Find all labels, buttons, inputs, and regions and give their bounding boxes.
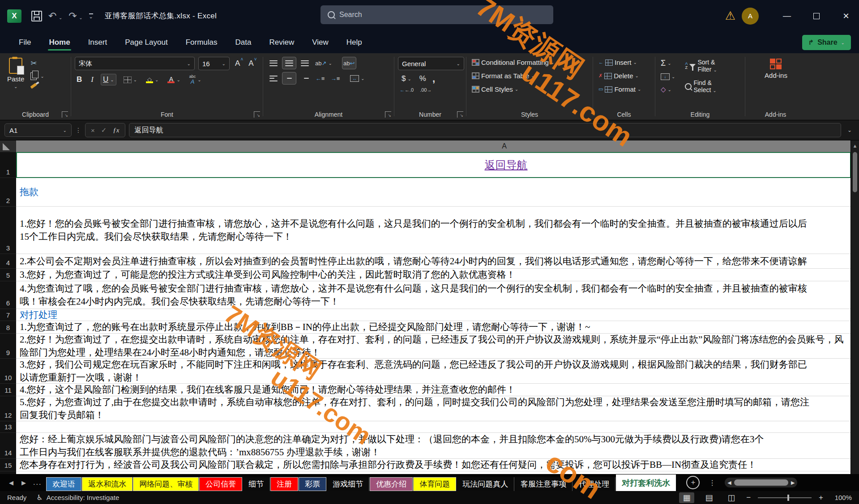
drag-handle-icon[interactable]: ⋮: [75, 127, 81, 134]
row-header-3[interactable]: 3: [0, 207, 16, 254]
cell-A14[interactable]: 您好：经上葡京娱乐城风险部门与波音公司风险部门的决意您的注单确定为对打，并做以下…: [16, 433, 851, 459]
middle-align-button[interactable]: [282, 57, 296, 69]
decrease-indent-button[interactable]: ←≡: [313, 72, 327, 84]
menu-tab-review[interactable]: Review: [261, 34, 302, 51]
cell-A7[interactable]: 对打处理: [16, 309, 851, 321]
cell-A13[interactable]: [16, 421, 851, 433]
hscrollbar-thumb[interactable]: [734, 479, 788, 486]
customize-qat-icon[interactable]: ⌄: [89, 13, 93, 18]
sheet-tab-公司信誉[interactable]: 公司信誉: [199, 477, 242, 491]
page-break-view-button[interactable]: ◫: [724, 492, 739, 503]
number-format-select[interactable]: General⌄: [398, 57, 464, 70]
scroll-up-icon[interactable]: ▲: [853, 143, 858, 148]
kebab-menu-icon[interactable]: ⋮: [709, 479, 716, 487]
sheet-tab-优惠介绍[interactable]: 优惠介绍: [370, 477, 413, 491]
sheet-tab-代理处理[interactable]: 代理处理: [573, 477, 615, 491]
sheet-tab-对打套利洗水[interactable]: 对打套利洗水: [616, 474, 676, 491]
menu-tab-help[interactable]: Help: [338, 34, 370, 51]
cell-A9[interactable]: 2.您好！为您查询过了，在您提交出款申请时，系统自动审核您的注单，存在对打、套利…: [16, 334, 851, 359]
sheet-tab-网络问题、审核[interactable]: 网络问题、审核: [133, 477, 199, 491]
undo-button[interactable]: ↶ ⌄: [48, 10, 62, 22]
decrease-decimal-button[interactable]: .00→: [420, 87, 432, 93]
autosum-button[interactable]: Σ⌄: [659, 58, 677, 69]
sheet-tab-客服注意事项[interactable]: 客服注意事项: [515, 477, 573, 491]
font-color-button[interactable]: A⌄: [166, 75, 182, 84]
sheet-tab-体育问题[interactable]: 体育问题: [413, 477, 456, 491]
orientation-button[interactable]: ab↗⌄: [313, 59, 334, 68]
row-header-13[interactable]: 13: [0, 421, 16, 433]
bottom-align-button[interactable]: [298, 57, 312, 69]
tab-scroll-left-icon[interactable]: ◀: [6, 479, 16, 486]
tab-list-ellipsis[interactable]: ...: [31, 479, 43, 487]
accessibility-status[interactable]: ♿ Accessibility: Investigate: [36, 493, 119, 502]
minimize-button[interactable]: —: [774, 3, 800, 29]
align-center-button[interactable]: [282, 72, 296, 85]
avatar[interactable]: A: [742, 8, 759, 25]
share-button[interactable]: ↱ Share ⌄: [802, 35, 851, 50]
zoom-slider[interactable]: [758, 497, 812, 498]
search-box[interactable]: Search: [321, 5, 553, 24]
grow-font-button[interactable]: A˄: [233, 58, 243, 69]
cell-A1[interactable]: 返回导航: [16, 152, 851, 178]
zoom-slider-thumb[interactable]: [787, 495, 789, 501]
row-header-8[interactable]: 8: [0, 321, 16, 334]
wrap-text-button[interactable]: ab↩: [342, 57, 356, 69]
vertical-scrollbar[interactable]: ▲: [850, 140, 859, 474]
row-header-9[interactable]: 9: [0, 334, 16, 359]
insert-function-button[interactable]: ƒx: [113, 127, 119, 134]
zoom-out-button[interactable]: −: [746, 493, 751, 502]
sort-filter-button[interactable]: AZ Sort &Filter ⌄: [683, 58, 718, 74]
row-header-12[interactable]: 12: [0, 396, 16, 421]
fill-button[interactable]: ↓⌄: [659, 72, 677, 81]
clear-button[interactable]: ◇⌄: [659, 85, 677, 94]
sheet-tab-细节[interactable]: 细节: [243, 477, 270, 491]
addins-button[interactable]: Add-ins: [765, 59, 787, 109]
paste-button[interactable]: Paste ⌄: [4, 57, 28, 109]
redo-button[interactable]: ↷ ⌄: [68, 10, 82, 22]
font-dialog-launcher-icon[interactable]: ↘: [254, 111, 260, 118]
currency-button[interactable]: $⌄: [400, 73, 413, 84]
merge-center-button[interactable]: ↔⌄: [348, 74, 366, 83]
enter-button[interactable]: ✓: [101, 126, 107, 134]
copy-button[interactable]: ⌄: [30, 72, 44, 80]
menu-tab-insert[interactable]: Insert: [80, 34, 115, 51]
cell-A5[interactable]: 3.您好，为您查询过了，可能是您的投注方式或注单受到公司风险控制中心的关注，因此…: [16, 269, 851, 281]
menu-tab-file[interactable]: File: [11, 34, 39, 51]
format-cells-button[interactable]: ▭Format⌄: [597, 85, 652, 94]
align-left-button[interactable]: [267, 72, 280, 84]
conditional-formatting-button[interactable]: Conditional Formatting⌄: [470, 58, 590, 67]
number-dialog-launcher-icon[interactable]: ↘: [457, 111, 463, 118]
close-button[interactable]: ✕: [833, 3, 859, 29]
clipboard-dialog-launcher-icon[interactable]: ↘: [62, 111, 68, 118]
delete-cells-button[interactable]: ✗Delete⌄: [597, 71, 652, 80]
select-all-button[interactable]: [0, 140, 16, 152]
underline-button[interactable]: U⌄: [101, 74, 116, 85]
page-layout-view-button[interactable]: ▤: [701, 492, 717, 503]
sheet-tab-返水和流水[interactable]: 返水和流水: [82, 477, 132, 491]
menu-tab-formulas[interactable]: Formulas: [178, 34, 226, 51]
formula-input[interactable]: 返回导航: [129, 123, 841, 137]
shrink-font-button[interactable]: A˅: [247, 58, 256, 69]
row-header-4[interactable]: 4: [0, 254, 16, 269]
increase-decimal-button[interactable]: ←←.0: [400, 87, 414, 93]
new-sheet-button[interactable]: +: [686, 476, 700, 489]
column-header-A[interactable]: A: [16, 140, 851, 152]
font-name-select[interactable]: 宋体⌄: [75, 57, 195, 70]
horizontal-scrollbar[interactable]: ◀ ▶: [725, 478, 797, 487]
cell-A10[interactable]: 3.您好，我们公司规定您在玩百家乐时，不能同时下注庄和闲哦，这样属于存在套利、恶…: [16, 359, 851, 384]
warning-icon[interactable]: ⚠: [725, 9, 735, 23]
row-header-10[interactable]: 10: [0, 359, 16, 384]
row-header-1[interactable]: 1: [0, 152, 16, 178]
cell-A3[interactable]: 1.您好！您的会员账号被安全部门进行抽查审核，请您放心，这并不是说您有什么问题，…: [16, 207, 851, 254]
cell-A12[interactable]: 5.您好，为您查询过了,由于在您提交出款申请时，系统自动审核您的注单，存在对打、…: [16, 396, 851, 421]
cell-A11[interactable]: 4.您好，这个是风险部门检测到的结果，我们在线客服只是通知您而已！请您耐心等待处…: [16, 384, 851, 396]
top-align-button[interactable]: [267, 57, 280, 69]
sheet-tab-欢迎语[interactable]: 欢迎语: [46, 477, 81, 491]
format-as-table-button[interactable]: Format as Table⌄: [470, 71, 590, 80]
excel-logo-icon[interactable]: X: [7, 9, 21, 23]
zoom-in-button[interactable]: +: [819, 493, 823, 502]
sheet-tab-游戏细节[interactable]: 游戏细节: [327, 477, 369, 491]
menu-tab-home[interactable]: Home: [41, 34, 78, 51]
tab-scroll-right-icon[interactable]: ▶: [19, 479, 29, 486]
font-size-select[interactable]: 16⌄: [198, 57, 230, 70]
